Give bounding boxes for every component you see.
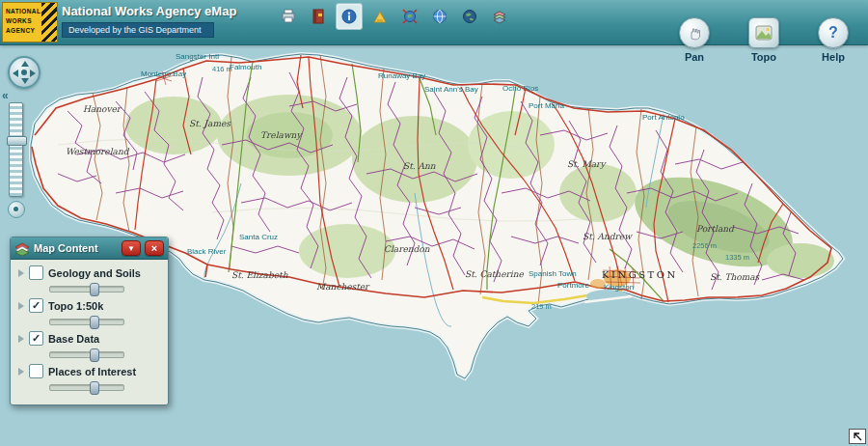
parish-label-st-mary: St. Mary <box>567 159 607 169</box>
pan-center-icon <box>21 70 27 75</box>
layer-row-topo: ✓ Topo 1:50k <box>18 298 160 325</box>
parish-label-trelawny: Trelawny <box>260 130 303 140</box>
zoom-out-button[interactable] <box>8 201 25 218</box>
layer-checkbox-places[interactable] <box>29 364 43 378</box>
help-button[interactable]: ? Help <box>812 17 854 63</box>
panel-title: Map Content <box>34 242 118 254</box>
print-tool-button[interactable] <box>276 4 301 29</box>
pan-east-arrow-icon <box>30 70 36 77</box>
slider-thumb[interactable] <box>90 348 99 362</box>
parish-label-kingston: KINGSTON <box>602 269 678 280</box>
map-stack-icon <box>14 241 30 256</box>
dark-globe-icon <box>461 8 478 25</box>
globe-tool-button[interactable] <box>427 4 452 29</box>
topo-map-icon <box>754 23 773 42</box>
layer-label-base-data: Base Data <box>48 333 99 345</box>
print-icon <box>280 8 297 25</box>
parish-label-st-ann: St. Ann <box>403 161 436 171</box>
layer-opacity-slider-topo[interactable] <box>49 319 124 325</box>
layer-checkbox-topo[interactable]: ✓ <box>29 298 43 313</box>
expand-arrow-icon[interactable] <box>18 302 24 310</box>
pan-button-label: Pan <box>673 51 716 63</box>
map-content-panel-header[interactable]: Map Content ▼ × <box>11 237 168 260</box>
parish-label-manchester: Manchester <box>316 282 370 292</box>
pan-button[interactable]: Pan <box>673 17 716 63</box>
town-label-runaway-bay: Runaway Bay <box>378 71 425 80</box>
map-content-panel-body: Geology and Soils ✓ Topo 1:50k <box>11 260 168 404</box>
logo-line-3: AGENCY <box>6 26 41 36</box>
elevation-label-1: 416 m <box>212 65 232 73</box>
parish-label-st-thomas: St. Thomas <box>710 272 761 282</box>
reports-tool-button[interactable] <box>306 4 331 29</box>
pan-south-arrow-icon <box>21 78 29 84</box>
logo-line-2: WORKS <box>6 16 41 26</box>
town-label-falmouth: Falmouth <box>230 63 261 71</box>
zoom-slider[interactable] <box>9 102 23 197</box>
info-icon <box>340 8 358 25</box>
zoom-full-extent-button[interactable] <box>397 4 422 29</box>
slider-thumb[interactable] <box>90 283 99 296</box>
topo-button-label: Topo <box>743 51 785 63</box>
pan-north-arrow-icon <box>21 61 29 67</box>
slider-thumb[interactable] <box>90 381 99 395</box>
layer-checkbox-geology[interactable] <box>29 265 43 280</box>
layer-opacity-slider-places[interactable] <box>49 384 124 391</box>
expand-arrow-icon[interactable] <box>18 335 24 343</box>
layer-row-places: Places of Interest <box>18 364 160 391</box>
town-label-port-antonio: Port Antonio <box>642 113 685 122</box>
town-label-portmore: Portmore <box>557 281 589 290</box>
town-label-montego-bay: Montego Bay <box>141 70 186 78</box>
map-mode-buttons: Pan Topo ? Help <box>673 17 854 63</box>
hand-pan-icon <box>686 24 703 42</box>
logo-line-1: NATIONAL <box>6 7 41 16</box>
help-question-icon: ? <box>828 24 838 42</box>
parish-label-hanover: Hanover <box>83 104 122 114</box>
elevation-label-4: 1335 m <box>725 253 749 262</box>
elevation-label-2: 219 m <box>531 302 552 311</box>
layer-row-base-data: ✓ Base Data <box>18 331 160 358</box>
town-label-sangster: Sangster Intl <box>176 52 219 61</box>
expand-arrow-icon[interactable] <box>18 368 24 376</box>
pan-compass-control[interactable] <box>8 56 41 89</box>
overview-globe-button[interactable] <box>457 4 482 29</box>
layers-tool-button[interactable] <box>487 4 512 29</box>
measure-tool-button[interactable] <box>367 4 393 29</box>
town-label-st-anns-bay: Saint Ann's Bay <box>424 85 478 94</box>
globe-icon <box>431 8 448 25</box>
parish-label-st-james: St. James <box>189 119 231 128</box>
help-button-label: Help <box>812 51 854 63</box>
panel-close-button[interactable]: × <box>145 240 164 256</box>
restore-corner-button[interactable] <box>849 429 866 444</box>
collapse-controls-button[interactable]: « <box>2 89 9 102</box>
arrow-up-left-icon <box>852 432 863 441</box>
layer-opacity-slider-geology[interactable] <box>49 286 124 293</box>
app-window: Hanover Westmoreland St. James Trelawny … <box>0 0 868 446</box>
zoom-slider-thumb[interactable] <box>7 136 27 146</box>
layer-label-topo: Topo 1:50k <box>48 300 103 312</box>
zoom-out-icon <box>14 207 18 211</box>
page-subtitle: Developed by the GIS Department <box>62 22 214 38</box>
panel-collapse-button[interactable]: ▼ <box>122 240 141 256</box>
parish-label-westmoreland: Westmoreland <box>66 147 130 156</box>
book-icon <box>310 8 327 25</box>
parish-label-clarendon: Clarendon <box>384 244 430 254</box>
globe-arrows-icon <box>401 8 419 25</box>
layers-icon <box>491 8 508 25</box>
nwa-logo: NATIONAL WORKS AGENCY <box>2 2 58 42</box>
pan-west-arrow-icon <box>13 70 18 77</box>
town-label-ocho-rios: Ocho Rios <box>502 84 538 93</box>
topo-button[interactable]: Topo <box>743 17 785 63</box>
layer-checkbox-base-data[interactable]: ✓ <box>29 331 43 346</box>
parish-label-st-andrew: St. Andrew <box>583 232 633 241</box>
logo-stripes <box>41 3 57 42</box>
parish-label-st-catherine: St. Catherine <box>465 269 524 279</box>
parish-label-portland: Portland <box>696 224 735 234</box>
town-label-santa-cruz: Santa Cruz <box>239 233 278 241</box>
expand-arrow-icon[interactable] <box>18 269 24 277</box>
elevation-label-3: 2256 m <box>692 241 717 250</box>
layer-opacity-slider-base-data[interactable] <box>49 351 124 358</box>
slider-thumb[interactable] <box>90 316 99 329</box>
town-label-black-river: Black River <box>187 247 227 256</box>
identify-tool-button[interactable] <box>336 3 363 30</box>
layer-label-places: Places of Interest <box>48 366 136 377</box>
